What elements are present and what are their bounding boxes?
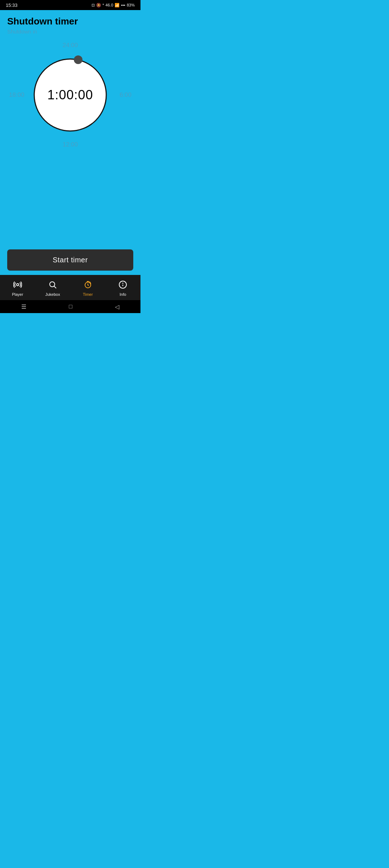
player-icon [13,280,22,291]
nav-label-jukebox: Jukebox [45,292,60,297]
svg-point-2 [17,284,19,286]
info-icon [119,280,127,291]
status-time: 15:33 [6,3,18,8]
jukebox-search-icon [48,280,57,291]
data-speed: 46.0 [106,3,113,7]
android-home-button[interactable]: □ [69,303,72,310]
button-area: Start timer [7,244,133,275]
android-back-button[interactable]: ◁ [115,303,119,310]
dial-wrapper[interactable]: 1:00:00 [27,52,113,138]
android-menu-button[interactable]: ☰ [21,303,26,310]
svg-point-1 [74,55,82,64]
nav-label-info: Info [120,292,126,297]
dial-label-right: 6:00 [120,91,131,99]
status-icons: ⊡ 🔕 * 46.0 📶 ▪▪▪ 83% [91,3,135,8]
bottom-navigation: Player Jukebox Timer [0,275,140,300]
nav-item-info[interactable]: Info [106,280,141,297]
nav-label-timer: Timer [83,292,93,297]
dial-label-bottom: 12:00 [63,141,78,148]
nav-item-player[interactable]: Player [0,280,35,297]
nfc-icon: ⊡ [91,3,95,8]
mute-icon: 🔕 [96,3,101,8]
shutdown-subtitle: Shutdown in [7,28,133,35]
svg-line-4 [54,286,57,288]
wifi-icon: 📶 [115,3,120,8]
nav-item-timer[interactable]: Timer [70,280,106,297]
svg-point-3 [50,282,55,287]
nav-label-player: Player [12,292,23,297]
battery-level: 83% [127,3,135,7]
nav-item-jukebox[interactable]: Jukebox [35,280,71,297]
dial-label-top: 24:00 [63,42,78,49]
android-nav-bar: ☰ □ ◁ [0,300,140,313]
page-title: Shutdown timer [7,16,133,27]
status-bar: 15:33 ⊡ 🔕 * 46.0 📶 ▪▪▪ 83% [0,0,140,10]
timer-icon [84,280,92,291]
main-content: Shutdown timer Shutdown in 24:00 18:00 1… [0,10,140,275]
signal-icon: ▪▪▪ [121,3,125,7]
clock-area: 24:00 18:00 1:00:00 6:00 12:00 [7,42,133,196]
bluetooth-icon: * [103,3,104,7]
dial-label-left: 18:00 [9,91,24,99]
dial-center-time: 1:00:00 [47,87,93,103]
start-timer-button[interactable]: Start timer [7,249,133,271]
